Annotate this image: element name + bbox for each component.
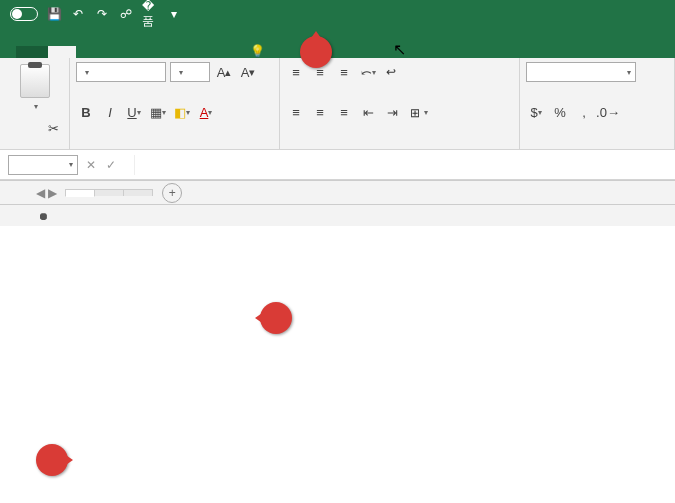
sheet-tab-1[interactable] xyxy=(65,189,95,197)
enter-icon[interactable]: ✓ xyxy=(106,158,116,172)
autosave-toggle[interactable] xyxy=(6,7,38,21)
tab-insert[interactable] xyxy=(76,46,104,58)
qat-more-icon[interactable]: ▾ xyxy=(166,6,182,22)
formula-input[interactable] xyxy=(134,155,667,175)
number-format-combo[interactable]: ▾ xyxy=(526,62,636,82)
callout-5 xyxy=(300,36,332,68)
clipboard-label xyxy=(6,143,63,147)
fill-color-icon[interactable]: ◧▾ xyxy=(172,103,192,123)
orientation-icon[interactable]: ⤺▾ xyxy=(358,62,378,82)
font-label xyxy=(76,143,273,147)
indent-inc-icon[interactable]: ⇥ xyxy=(382,103,402,123)
tab-data[interactable] xyxy=(160,46,188,58)
comma-icon[interactable]: , xyxy=(574,103,594,123)
paste-icon[interactable] xyxy=(20,64,50,98)
tab-review[interactable] xyxy=(188,46,216,58)
redo-icon[interactable]: ↷ xyxy=(94,6,110,22)
tell-me[interactable]: 💡 xyxy=(250,44,269,58)
group-clipboard: ▾ ✂ xyxy=(0,58,70,149)
paste-button[interactable]: ▾ xyxy=(6,100,63,113)
group-number: ▾ $▾ % , .0→ xyxy=(520,58,675,149)
border-icon[interactable]: ▦▾ xyxy=(148,103,168,123)
group-alignment: ≡ ≡ ≡ ⤺▾ ↩ ≡ ≡ ≡ ⇤ ⇥ ⊞▾ xyxy=(280,58,520,149)
bold-icon[interactable]: B xyxy=(76,103,96,123)
formula-bar: ▾ ✕ ✓ xyxy=(0,150,675,180)
align-top-icon[interactable]: ≡ xyxy=(286,62,306,82)
wrap-text-button[interactable]: ↩ xyxy=(382,63,402,81)
undo-icon[interactable]: ↶ xyxy=(70,6,86,22)
macro-record-icon[interactable]: ⏺ xyxy=(38,210,49,222)
ribbon: ▾ ✂ ▾ ▾ A▴ A▾ B I U▾ ▦▾ ◧▾ A▾ ≡ ≡ ≡ ⤺▾ ↩ xyxy=(0,58,675,150)
toggle-off-icon[interactable] xyxy=(10,7,38,21)
callout-4 xyxy=(260,302,292,334)
touch-icon[interactable]: ☍ xyxy=(118,6,134,22)
customize-icon[interactable]: �품 xyxy=(142,6,158,22)
inc-decimal-icon[interactable]: .0→ xyxy=(598,103,618,123)
underline-icon[interactable]: U▾ xyxy=(124,103,144,123)
align-left-icon[interactable]: ≡ xyxy=(286,103,306,123)
quick-access-toolbar: 💾 ↶ ↷ ☍ �품 ▾ xyxy=(6,6,182,22)
font-name-combo[interactable]: ▾ xyxy=(76,62,166,82)
wrap-icon: ↩ xyxy=(386,65,396,79)
merge-center-button[interactable]: ⊞▾ xyxy=(406,104,432,122)
callout-3 xyxy=(36,444,68,476)
decrease-font-icon[interactable]: A▾ xyxy=(238,62,258,82)
sheet-tab-bar: ◀ ▶ + xyxy=(0,180,675,204)
tab-home[interactable] xyxy=(48,46,76,58)
add-sheet-button[interactable]: + xyxy=(162,183,182,203)
tab-file[interactable] xyxy=(16,46,48,58)
sheet-nav[interactable]: ◀ ▶ xyxy=(28,186,65,200)
number-label xyxy=(526,143,668,147)
lightbulb-icon: 💡 xyxy=(250,44,265,58)
sheet-tab-3[interactable] xyxy=(123,189,153,196)
alignment-label xyxy=(286,143,513,147)
align-right-icon[interactable]: ≡ xyxy=(334,103,354,123)
merge-icon: ⊞ xyxy=(410,106,420,120)
indent-dec-icon[interactable]: ⇤ xyxy=(358,103,378,123)
cut-icon[interactable]: ✂ xyxy=(43,118,63,138)
percent-icon[interactable]: % xyxy=(550,103,570,123)
currency-icon[interactable]: $▾ xyxy=(526,103,546,123)
title-bar: 💾 ↶ ↷ ☍ �품 ▾ xyxy=(0,0,675,28)
font-size-combo[interactable]: ▾ xyxy=(170,62,210,82)
save-icon[interactable]: 💾 xyxy=(46,6,62,22)
align-bot-icon[interactable]: ≡ xyxy=(334,62,354,82)
group-font: ▾ ▾ A▴ A▾ B I U▾ ▦▾ ◧▾ A▾ xyxy=(70,58,280,149)
italic-icon[interactable]: I xyxy=(100,103,120,123)
tab-page-layout[interactable] xyxy=(104,46,132,58)
name-box[interactable]: ▾ xyxy=(8,155,78,175)
font-color-icon[interactable]: A▾ xyxy=(196,103,216,123)
tab-view[interactable] xyxy=(216,46,244,58)
status-bar: ⏺ xyxy=(0,204,675,226)
sheet-tab-2[interactable] xyxy=(94,189,124,196)
cancel-icon[interactable]: ✕ xyxy=(86,158,96,172)
increase-font-icon[interactable]: A▴ xyxy=(214,62,234,82)
ribbon-tabs: 💡 xyxy=(0,28,675,58)
align-center-icon[interactable]: ≡ xyxy=(310,103,330,123)
